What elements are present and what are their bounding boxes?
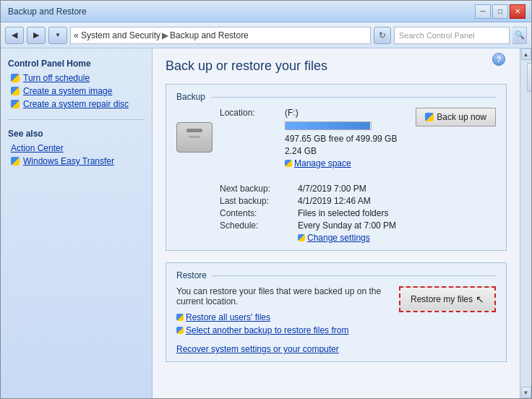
restore-description: You can restore your files that were bac… xyxy=(176,286,387,306)
minimize-button[interactable]: ─ xyxy=(475,4,491,19)
location-value: (F:) xyxy=(285,108,299,118)
shield-icon xyxy=(11,100,20,108)
contents-value: Files in selected folders xyxy=(298,208,397,218)
shield-icon xyxy=(11,74,20,82)
maximize-button[interactable]: □ xyxy=(492,4,508,19)
sidebar-item-turn-off-schedule[interactable]: Turn off schedule xyxy=(8,72,145,85)
location-row: Location: (F:) xyxy=(220,108,397,118)
scroll-thumb[interactable] xyxy=(527,63,532,92)
next-backup-label: Next backup: xyxy=(220,184,292,194)
size-row: 2.24 GB xyxy=(220,146,397,156)
close-button[interactable]: ✕ xyxy=(510,4,525,19)
sidebar-section-main: Control Panel Home Turn off schedule Cre… xyxy=(1,56,152,113)
scrollbar[interactable]: ▲ ▼ xyxy=(520,48,531,398)
shield-icon xyxy=(285,160,292,167)
sidebar-section-see-also: See also Action Center Windows Easy Tran… xyxy=(1,126,152,171)
schedule-value: Every Sunday at 7:00 PM xyxy=(298,220,397,231)
location-label: Location: xyxy=(220,108,285,118)
sidebar-item-label: Windows Easy Transfer xyxy=(23,156,114,166)
shield-icon xyxy=(11,87,20,95)
last-backup-label: Last backup: xyxy=(220,196,292,206)
sidebar-item-label: Action Center xyxy=(11,143,64,153)
sidebar-item-label: Create a system image xyxy=(23,86,112,96)
sidebar-divider xyxy=(8,119,145,120)
schedule-label: Schedule: xyxy=(220,220,292,231)
manage-space-link[interactable]: Manage space xyxy=(285,158,351,168)
window: Backup and Restore ─ □ ✕ ◀ ▶ ▼ « System … xyxy=(0,0,532,399)
next-backup-value: 4/7/2019 7:00 PM xyxy=(298,184,397,194)
title-bar-label: Backup and Restore xyxy=(8,7,87,17)
backup-details-grid: Next backup: 4/7/2019 7:00 PM Last backu… xyxy=(220,184,397,243)
space-row: 497.65 GB free of 499.99 GB xyxy=(220,134,397,144)
cursor-icon: ↖ xyxy=(476,293,484,305)
backup-section: Backup xyxy=(166,84,507,251)
see-also-title: See also xyxy=(8,129,145,139)
forward-button[interactable]: ▶ xyxy=(27,27,46,44)
sidebar-item-label: Create a system repair disc xyxy=(23,99,129,109)
path-current: Backup and Restore xyxy=(170,30,249,40)
backup-section-rule xyxy=(211,97,496,98)
search-placeholder: Search Control Panel xyxy=(399,31,475,40)
restore-left: You can restore your files that were bac… xyxy=(176,286,387,354)
change-settings-link[interactable]: Change settings xyxy=(298,233,397,243)
backup-section-label: Backup xyxy=(176,92,211,102)
select-another-backup-link[interactable]: Select another backup to restore files f… xyxy=(176,325,387,335)
restore-section: Restore You can restore your files that … xyxy=(166,262,507,362)
backup-section-header: Backup xyxy=(176,92,496,102)
content-panel: ? Back up or restore your files Backup xyxy=(153,48,520,398)
help-button[interactable]: ? xyxy=(492,53,505,66)
sidebar-item-create-system-image[interactable]: Create a system image xyxy=(8,85,145,98)
backup-info: Location: (F:) xyxy=(220,108,397,243)
restore-section-header: Restore xyxy=(176,270,496,280)
sidebar-item-windows-easy-transfer[interactable]: Windows Easy Transfer xyxy=(8,155,145,168)
disk-icon xyxy=(176,122,213,153)
path-separator-1: ▶ xyxy=(162,30,168,40)
progress-row xyxy=(220,120,397,132)
scroll-up-button[interactable]: ▲ xyxy=(521,48,531,60)
restore-section-rule xyxy=(213,275,496,276)
storage-progress-bar xyxy=(285,121,372,130)
restore-section-label: Restore xyxy=(176,270,213,280)
shield-icon xyxy=(176,327,184,334)
sidebar-item-action-center[interactable]: Action Center xyxy=(8,142,145,155)
shield-icon xyxy=(11,157,20,166)
restore-all-users-link[interactable]: Restore all users' files xyxy=(176,312,387,322)
page-title: Back up or restore your files xyxy=(166,59,507,74)
sidebar-title: Control Panel Home xyxy=(8,59,145,69)
shield-icon xyxy=(425,113,434,121)
backup-now-button[interactable]: Back up now xyxy=(416,108,496,126)
scroll-down-button[interactable]: ▼ xyxy=(521,387,531,398)
restore-my-files-button[interactable]: Restore my files ↖ xyxy=(399,286,496,312)
recent-pages-button[interactable]: ▼ xyxy=(48,27,67,44)
shield-icon xyxy=(176,314,184,321)
title-bar: Backup and Restore ─ □ ✕ xyxy=(1,1,531,22)
main-area: Control Panel Home Turn off schedule Cre… xyxy=(1,48,531,398)
content-wrapper: ? Back up or restore your files Backup xyxy=(153,48,531,398)
back-button[interactable]: ◀ xyxy=(5,27,24,44)
search-icon[interactable]: 🔍 xyxy=(512,27,527,44)
shield-icon xyxy=(298,234,305,241)
search-input[interactable]: Search Control Panel xyxy=(394,27,510,44)
sidebar-item-label: Turn off schedule xyxy=(23,73,90,83)
address-path[interactable]: « System and Security ▶ Backup and Resto… xyxy=(70,27,371,44)
restore-right: Restore my files ↖ xyxy=(399,286,496,312)
title-bar-controls: ─ □ ✕ xyxy=(475,4,525,19)
sidebar-item-create-system-repair-disc[interactable]: Create a system repair disc xyxy=(8,98,145,111)
progress-bar-fill xyxy=(286,122,370,129)
sidebar: Control Panel Home Turn off schedule Cre… xyxy=(1,48,153,398)
refresh-button[interactable]: ↻ xyxy=(374,27,391,44)
space-info: 497.65 GB free of 499.99 GB xyxy=(285,134,397,144)
path-root: « System and Security xyxy=(74,30,160,40)
last-backup-value: 4/1/2019 12:46 AM xyxy=(298,196,397,206)
contents-label: Contents: xyxy=(220,208,292,218)
address-bar: ◀ ▶ ▼ « System and Security ▶ Backup and… xyxy=(1,22,531,48)
restore-content: You can restore your files that were bac… xyxy=(176,286,496,354)
recover-system-link[interactable]: Recover system settings or your computer xyxy=(176,344,387,354)
backup-size: 2.24 GB xyxy=(285,146,317,156)
